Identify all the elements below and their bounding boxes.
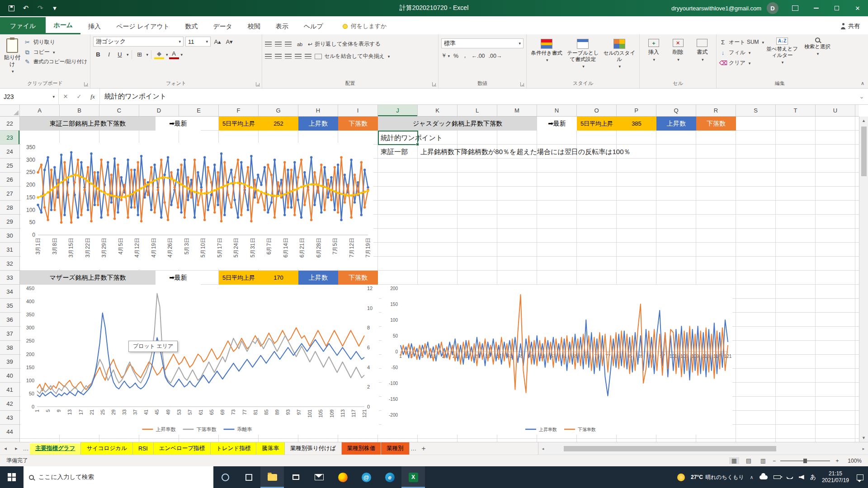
percent-style-button[interactable]: %	[453, 53, 458, 59]
tab-file[interactable]: ファイル	[0, 17, 46, 34]
increase-decimal-button[interactable]: ←.00	[472, 53, 485, 59]
align-bottom-icon[interactable]	[285, 42, 292, 47]
align-right-icon[interactable]	[285, 54, 292, 59]
column-header-E[interactable]: E	[179, 105, 219, 116]
sheet-tab-エンベロープ指標[interactable]: エンベロープ指標	[154, 442, 211, 455]
cell-k24[interactable]: 上昇銘柄数下降銘柄数が80％を超えた場合には翌日の反転率は100％	[420, 145, 631, 159]
column-header-T[interactable]: T	[776, 105, 816, 116]
formula-input[interactable]: 統計的ワンポイント	[99, 89, 855, 104]
column-header-J[interactable]: J	[378, 105, 418, 116]
align-center-icon[interactable]	[275, 54, 282, 59]
column-header-C[interactable]: C	[99, 105, 139, 116]
column-header-H[interactable]: H	[298, 105, 338, 116]
sheet-tab-トレンド指標[interactable]: トレンド指標	[211, 442, 256, 455]
taskbar-app-explorer[interactable]	[260, 466, 284, 488]
taskbar-app-mail-at[interactable]: @	[354, 466, 378, 488]
decrease-font-button[interactable]: A▾	[224, 37, 234, 47]
volume-icon[interactable]	[799, 475, 804, 479]
row-header-34[interactable]: 34	[0, 285, 19, 299]
row-header-31[interactable]: 31	[0, 243, 19, 257]
fill-button[interactable]: ↓フィル▾	[719, 49, 764, 56]
format-cells-button[interactable]: 書式 ▾	[691, 37, 713, 79]
indent-decrease-icon[interactable]	[295, 54, 302, 59]
clear-button[interactable]: ⌫クリア▾	[719, 59, 764, 67]
tab-ヘルプ[interactable]: ヘルプ	[296, 18, 331, 34]
onedrive-icon[interactable]	[760, 475, 768, 479]
zoom-slider-thumb[interactable]	[803, 459, 807, 463]
tab-挿入[interactable]: 挿入	[80, 18, 108, 34]
ime-indicator[interactable]: あ	[810, 473, 816, 481]
row-header-43[interactable]: 43	[0, 411, 19, 425]
chart-mothers[interactable]: プロット エリア 0501001502002503003504004500246…	[21, 285, 379, 435]
row-header-35[interactable]: 35	[0, 299, 19, 313]
undo-button[interactable]: ↶	[19, 1, 33, 15]
delete-cells-button[interactable]: ✕ 削除 ▾	[667, 37, 689, 79]
taskbar-app-cortana[interactable]	[213, 466, 237, 488]
name-box[interactable]: J23▾	[0, 89, 59, 104]
font-size-select[interactable]: 11▾	[185, 37, 211, 47]
cell-jasdaq-latest[interactable]: ➡最新	[537, 117, 577, 131]
cell-j24[interactable]: 東証一部	[381, 145, 408, 159]
column-header-P[interactable]: P	[617, 105, 656, 116]
avatar[interactable]: D	[767, 2, 778, 14]
format-painter-button[interactable]: ✎書式のコピー/貼り付け	[24, 58, 87, 65]
row-header-36[interactable]: 36	[0, 313, 19, 327]
paste-button[interactable]: 貼り付け ▾	[3, 37, 22, 79]
cut-button[interactable]: ✂切り取り	[24, 38, 87, 46]
cell-jasdaq-title[interactable]: ジャスダック銘柄上昇数下落数	[378, 117, 537, 131]
row-header-33[interactable]: 33	[0, 271, 19, 285]
autosum-button[interactable]: Σオート SUM▾	[719, 38, 764, 46]
cell-tosho2-down[interactable]: 下落数	[338, 117, 378, 131]
chart-jasdaq[interactable]: -200-150-100-500501001502001591317212529…	[382, 285, 732, 435]
align-middle-icon[interactable]	[275, 42, 282, 47]
taskbar-search[interactable]: ここに入力して検索	[24, 466, 213, 488]
restore-button[interactable]	[826, 0, 847, 16]
zoom-in-button[interactable]: ＋	[835, 457, 840, 465]
row-header-41[interactable]: 41	[0, 383, 19, 397]
collapse-ribbon-button[interactable]: ∧	[861, 80, 864, 86]
clipboard-dialog-launcher[interactable]	[84, 82, 88, 86]
redo-button[interactable]: ↷	[33, 1, 47, 15]
merge-center-button[interactable]: セルを結合して中央揃え▾	[315, 52, 390, 60]
column-header-L[interactable]: L	[458, 105, 497, 116]
zoom-out-button[interactable]: −	[773, 458, 776, 464]
row-header-39[interactable]: 39	[0, 355, 19, 369]
cell-tosho2-avg-label[interactable]: 5日平均上昇	[219, 117, 259, 131]
row-header-27[interactable]: 27	[0, 187, 19, 201]
accounting-format-button[interactable]: ￥▾	[441, 52, 450, 60]
column-header-U[interactable]: U	[816, 105, 855, 116]
scroll-left-icon[interactable]: ◂	[538, 446, 547, 451]
row-header-32[interactable]: 32	[0, 257, 19, 271]
cell-tosho2-title[interactable]: 東証二部銘柄上昇数下落数	[20, 117, 156, 131]
scroll-down-icon[interactable]: ▼	[859, 434, 868, 442]
align-top-icon[interactable]	[265, 42, 272, 47]
tab-校閲[interactable]: 校閲	[240, 18, 268, 34]
align-left-icon[interactable]	[265, 54, 272, 59]
conditional-formatting-button[interactable]: 条件付き書式 ▾	[529, 37, 564, 79]
row-header-26[interactable]: 26	[0, 173, 19, 187]
action-center-icon[interactable]	[857, 474, 863, 480]
zoom-level[interactable]: 100%	[844, 458, 862, 464]
column-header-K[interactable]: K	[418, 105, 458, 116]
indent-increase-icon[interactable]	[305, 54, 311, 59]
horizontal-scroll-thumb[interactable]	[564, 446, 776, 451]
taskbar-app-store[interactable]	[284, 466, 307, 488]
cell-jasdaq-avg-label[interactable]: 5日平均上昇	[577, 117, 617, 131]
taskbar-app-excel[interactable]: X	[401, 466, 425, 488]
tab-表示[interactable]: 表示	[268, 18, 296, 34]
row-header-42[interactable]: 42	[0, 397, 19, 411]
cell-mothers-avg-value[interactable]: 170	[259, 271, 298, 285]
column-header-B[interactable]: B	[60, 105, 99, 116]
chart-tosho2[interactable]: 0501001502002503003503月1日3月8日3月15日3月22日3…	[21, 143, 373, 269]
cell-jasdaq-avg-value[interactable]: 385	[617, 117, 656, 131]
taskbar-app-task-view[interactable]	[237, 466, 260, 488]
cell-mothers-avg-label[interactable]: 5日平均上昇	[219, 271, 259, 285]
weather-widget[interactable]: 27°C晴れのちくもり	[691, 474, 744, 481]
row-header-25[interactable]: 25	[0, 159, 19, 173]
ribbon-display-options-icon[interactable]	[792, 5, 798, 11]
sheet-overflow-left[interactable]: …	[22, 442, 30, 455]
cell-mothers-up[interactable]: 上昇数	[298, 271, 338, 285]
sort-filter-button[interactable]: A↓Z 並べ替えとフィルター ▾	[766, 38, 798, 79]
sheet-tab-RSI[interactable]: RSI	[133, 442, 154, 455]
network-icon[interactable]	[787, 475, 793, 479]
